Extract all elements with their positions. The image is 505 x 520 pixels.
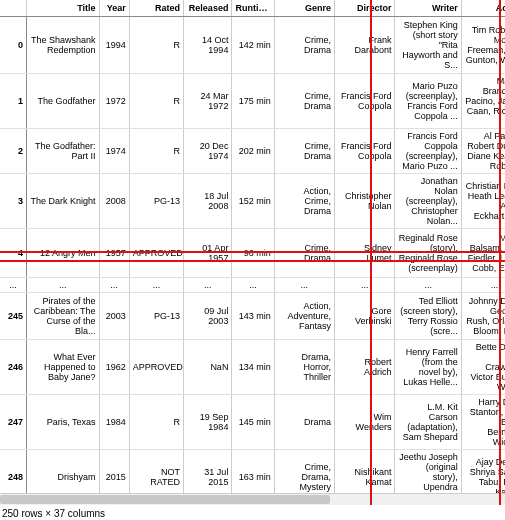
- col-genre: Genre: [274, 0, 334, 17]
- cell-runtime: 152 min: [232, 174, 274, 229]
- cell-year: 1974: [99, 129, 129, 174]
- ellipsis-cell: ...: [99, 278, 129, 293]
- cell-genre: Drama: [274, 395, 334, 450]
- cell-writer: Francis Ford Coppola (screenplay), Mario…: [395, 129, 461, 174]
- cell-actors: Harry Dean Stanton, Sam Berry, Bernhard …: [461, 395, 505, 450]
- cell-runtime: 143 min: [232, 293, 274, 340]
- ellipsis-cell: ...: [27, 278, 99, 293]
- cell-year: 1994: [99, 17, 129, 74]
- cell-rated: PG-13: [129, 293, 183, 340]
- cell-runtime: 202 min: [232, 129, 274, 174]
- cell-actors: Martin Balsam, John Fiedler, Lee J. Cobb…: [461, 229, 505, 278]
- cell-rated: R: [129, 395, 183, 450]
- cell-actors: Christian Bale, Heath Ledger, Aaron Eckh…: [461, 174, 505, 229]
- dataframe-view: { "columns": ["", "Title", "Year", "Rate…: [0, 0, 505, 520]
- cell-title: The Shawshank Redemption: [27, 17, 99, 74]
- cell-genre: Crime, Drama: [274, 74, 334, 129]
- cell-title: What Ever Happened to Baby Jane?: [27, 340, 99, 395]
- col-writer: Writer: [395, 0, 461, 17]
- col-title: Title: [27, 0, 99, 17]
- cell-writer: Reginald Rose (story), Reginald Rose (sc…: [395, 229, 461, 278]
- table-row: 3The Dark Knight2008PG-1318 Jul 2008152 …: [0, 174, 505, 229]
- cell-actors: Johnny Depp, Geoffrey Rush, Orlando Bloo…: [461, 293, 505, 340]
- table-row: 412 Angry Men1957APPROVED01 Apr 195796 m…: [0, 229, 505, 278]
- cell-director: Gore Verbinski: [335, 293, 395, 340]
- cell-writer: Stephen King (short story "Rita Hayworth…: [395, 17, 461, 74]
- col-released: Released: [184, 0, 232, 17]
- table-row: 245Pirates of the Caribbean: The Curse o…: [0, 293, 505, 340]
- col-director: Director: [335, 0, 395, 17]
- dataframe-shape-label: 250 rows × 37 columns: [0, 507, 107, 520]
- horizontal-scrollbar[interactable]: [0, 493, 505, 505]
- cell-director: Wim Wenders: [335, 395, 395, 450]
- row-index: 0: [0, 17, 27, 74]
- row-index: 246: [0, 340, 27, 395]
- table-row: 1The Godfather1972R24 Mar 1972175 minCri…: [0, 74, 505, 129]
- cell-director: Frank Darabont: [335, 17, 395, 74]
- cell-released: 19 Sep 1984: [184, 395, 232, 450]
- table-row: 0The Shawshank Redemption1994R14 Oct 199…: [0, 17, 505, 74]
- cell-title: The Godfather: Part II: [27, 129, 99, 174]
- cell-year: 1972: [99, 74, 129, 129]
- cell-rated: PG-13: [129, 174, 183, 229]
- cell-director: Robert Aldrich: [335, 340, 395, 395]
- cell-actors: Tim Robbins, Morgan Freeman, Bob Gunton,…: [461, 17, 505, 74]
- cell-released: 14 Oct 1994: [184, 17, 232, 74]
- cell-writer: Jonathan Nolan (screenplay), Christopher…: [395, 174, 461, 229]
- cell-year: 1962: [99, 340, 129, 395]
- cell-writer: Ted Elliott (screen story), Terry Rossio…: [395, 293, 461, 340]
- cell-rated: APPROVED: [129, 340, 183, 395]
- cell-released: 20 Dec 1974: [184, 129, 232, 174]
- ellipsis-cell: ...: [184, 278, 232, 293]
- cell-year: 1984: [99, 395, 129, 450]
- ellipsis-cell: ...: [335, 278, 395, 293]
- table-row: 246What Ever Happened to Baby Jane?1962A…: [0, 340, 505, 395]
- table-body: 0The Shawshank Redemption1994R14 Oct 199…: [0, 17, 505, 506]
- cell-genre: Drama, Horror, Thriller: [274, 340, 334, 395]
- cell-genre: Crime, Drama: [274, 229, 334, 278]
- cell-released: NaN: [184, 340, 232, 395]
- col-runtime: Runtime: [232, 0, 274, 17]
- cell-director: Sidney Lumet: [335, 229, 395, 278]
- cell-released: 01 Apr 1957: [184, 229, 232, 278]
- col-actors: Actors: [461, 0, 505, 17]
- cell-genre: Action, Crime, Drama: [274, 174, 334, 229]
- cell-rated: APPROVED: [129, 229, 183, 278]
- cell-released: 24 Mar 1972: [184, 74, 232, 129]
- ellipsis-cell: ...: [274, 278, 334, 293]
- cell-genre: Crime, Drama: [274, 17, 334, 74]
- cell-actors: Bette Davis, Joan Crawford, Victor Buono…: [461, 340, 505, 395]
- table-scroll-region[interactable]: Title Year Rated Released Runtime Genre …: [0, 0, 505, 505]
- ellipsis-cell: ...: [0, 278, 27, 293]
- cell-director: Francis Ford Coppola: [335, 129, 395, 174]
- cell-rated: R: [129, 17, 183, 74]
- col-year: Year: [99, 0, 129, 17]
- cell-writer: L.M. Kit Carson (adaptation), Sam Shepar…: [395, 395, 461, 450]
- cell-released: 18 Jul 2008: [184, 174, 232, 229]
- table-row: 247Paris, Texas1984R19 Sep 1984145 minDr…: [0, 395, 505, 450]
- cell-title: The Dark Knight: [27, 174, 99, 229]
- col-index: [0, 0, 27, 17]
- row-index: 1: [0, 74, 27, 129]
- cell-runtime: 145 min: [232, 395, 274, 450]
- cell-title: Paris, Texas: [27, 395, 99, 450]
- ellipsis-cell: ...: [232, 278, 274, 293]
- cell-writer: Mario Puzo (screenplay), Francis Ford Co…: [395, 74, 461, 129]
- ellipsis-cell: ...: [395, 278, 461, 293]
- col-rated: Rated: [129, 0, 183, 17]
- cell-year: 2003: [99, 293, 129, 340]
- cell-released: 09 Jul 2003: [184, 293, 232, 340]
- header-row: Title Year Rated Released Runtime Genre …: [0, 0, 505, 17]
- row-index: 245: [0, 293, 27, 340]
- cell-title: Pirates of the Caribbean: The Curse of t…: [27, 293, 99, 340]
- dataframe-table: Title Year Rated Released Runtime Genre …: [0, 0, 505, 505]
- row-index: 4: [0, 229, 27, 278]
- cell-writer: Henry Farrell (from the novel by), Lukas…: [395, 340, 461, 395]
- row-index: 2: [0, 129, 27, 174]
- cell-title: 12 Angry Men: [27, 229, 99, 278]
- cell-year: 2008: [99, 174, 129, 229]
- ellipsis-row: .......................................: [0, 278, 505, 293]
- scrollbar-thumb[interactable]: [0, 495, 330, 504]
- cell-genre: Crime, Drama: [274, 129, 334, 174]
- cell-actors: Marlon Brando, Al Pacino, James Caan, Ri…: [461, 74, 505, 129]
